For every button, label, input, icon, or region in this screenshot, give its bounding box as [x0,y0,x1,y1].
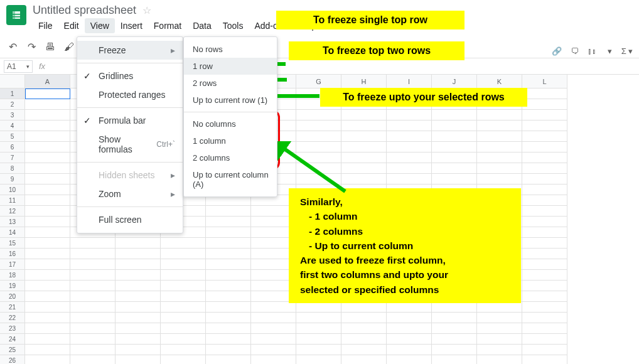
cell-G3[interactable] [296,110,341,120]
cell-K24[interactable] [477,334,522,345]
cell-E26[interactable] [206,355,251,364]
cell-J6[interactable] [432,142,477,153]
row-header-26[interactable]: 26 [0,355,25,364]
cell-C18[interactable] [115,270,161,281]
cell-G21[interactable] [296,302,341,313]
cell-K3[interactable] [477,110,522,120]
cell-C21[interactable] [115,302,161,313]
cell-D22[interactable] [161,313,206,323]
star-icon[interactable]: ☆ [142,4,151,16]
cell-A13[interactable] [25,217,70,227]
cell-K5[interactable] [477,131,522,142]
cell-B19[interactable] [70,281,115,291]
cell-C23[interactable] [115,323,161,334]
col-header-G[interactable]: G [296,75,341,88]
undo-icon[interactable]: ↶ [5,40,20,55]
cell-K25[interactable] [477,345,522,355]
cell-H25[interactable] [341,345,387,355]
cell-K4[interactable] [477,120,522,131]
cell-L21[interactable] [522,302,567,313]
row-header-1[interactable]: 1 [0,88,25,99]
cell-I9[interactable] [387,174,432,185]
cell-C17[interactable] [115,259,161,270]
cell-C16[interactable] [115,249,161,259]
cell-K23[interactable] [477,323,522,334]
comment-icon[interactable]: 🗨 [567,44,581,58]
cell-E18[interactable] [206,270,251,281]
cell-D20[interactable] [161,291,206,302]
cell-C15[interactable] [115,238,161,249]
cell-E14[interactable] [206,227,251,238]
cell-J25[interactable] [432,345,477,355]
row-header-20[interactable]: 20 [0,291,25,302]
cell-L26[interactable] [522,355,567,364]
cell-H24[interactable] [341,334,387,345]
cell-L10[interactable] [522,185,567,195]
cell-L14[interactable] [522,227,567,238]
cell-L19[interactable] [522,281,567,291]
col-header-H[interactable]: H [341,75,387,88]
cell-A6[interactable] [25,142,70,153]
cell-A17[interactable] [25,259,70,270]
row-header-4[interactable]: 4 [0,120,25,131]
menu-gridlines[interactable]: ✓ Gridlines [77,67,183,85]
freeze-2-rows[interactable]: 2 rows [184,75,277,92]
cell-F23[interactable] [251,323,296,334]
row-header-18[interactable]: 18 [0,270,25,281]
print-icon[interactable]: 🖶 [43,40,58,55]
cell-J26[interactable] [432,355,477,364]
cell-L24[interactable] [522,334,567,345]
col-header-L[interactable]: L [522,75,567,88]
row-header-14[interactable]: 14 [0,227,25,238]
cell-B21[interactable] [70,302,115,313]
cell-G23[interactable] [296,323,341,334]
cell-J9[interactable] [432,174,477,185]
cell-E19[interactable] [206,281,251,291]
cell-A7[interactable] [25,153,70,163]
cell-E22[interactable] [206,313,251,323]
cell-L7[interactable] [522,153,567,163]
cell-K7[interactable] [477,153,522,163]
cell-D15[interactable] [161,238,206,249]
cell-B24[interactable] [70,334,115,345]
menu-freeze[interactable]: Freeze ▸ [77,41,183,60]
cell-C24[interactable] [115,334,161,345]
col-header-J[interactable]: J [432,75,477,88]
cell-G24[interactable] [296,334,341,345]
cell-I3[interactable] [387,110,432,120]
row-header-5[interactable]: 5 [0,131,25,142]
row-header-16[interactable]: 16 [0,249,25,259]
cell-K21[interactable] [477,302,522,313]
cell-J5[interactable] [432,131,477,142]
cell-A15[interactable] [25,238,70,249]
cell-L22[interactable] [522,313,567,323]
cell-I21[interactable] [387,302,432,313]
select-all-corner[interactable] [0,75,25,88]
row-header-17[interactable]: 17 [0,259,25,270]
sheets-logo[interactable] [6,5,26,25]
cell-B16[interactable] [70,249,115,259]
cell-H5[interactable] [341,131,387,142]
menu-protected-ranges[interactable]: Protected ranges [77,85,183,104]
chart-icon[interactable]: ⫿⫾ [585,44,599,58]
cell-L23[interactable] [522,323,567,334]
cell-D16[interactable] [161,249,206,259]
cell-L9[interactable] [522,174,567,185]
col-header-K[interactable]: K [477,75,522,88]
functions-icon[interactable]: Σ ▾ [620,44,634,58]
cell-F25[interactable] [251,345,296,355]
cell-E12[interactable] [206,206,251,217]
cell-I22[interactable] [387,313,432,323]
cell-G5[interactable] [296,131,341,142]
freeze-2-cols[interactable]: 2 columns [184,149,277,166]
cell-L20[interactable] [522,291,567,302]
cell-L2[interactable] [522,99,567,110]
cell-C26[interactable] [115,355,161,364]
cell-J22[interactable] [432,313,477,323]
row-header-25[interactable]: 25 [0,345,25,355]
freeze-up-to-col[interactable]: Up to current column (A) [184,166,277,193]
cell-A25[interactable] [25,345,70,355]
menu-file[interactable]: File [33,18,58,33]
cell-A26[interactable] [25,355,70,364]
menu-format[interactable]: Format [148,18,187,33]
